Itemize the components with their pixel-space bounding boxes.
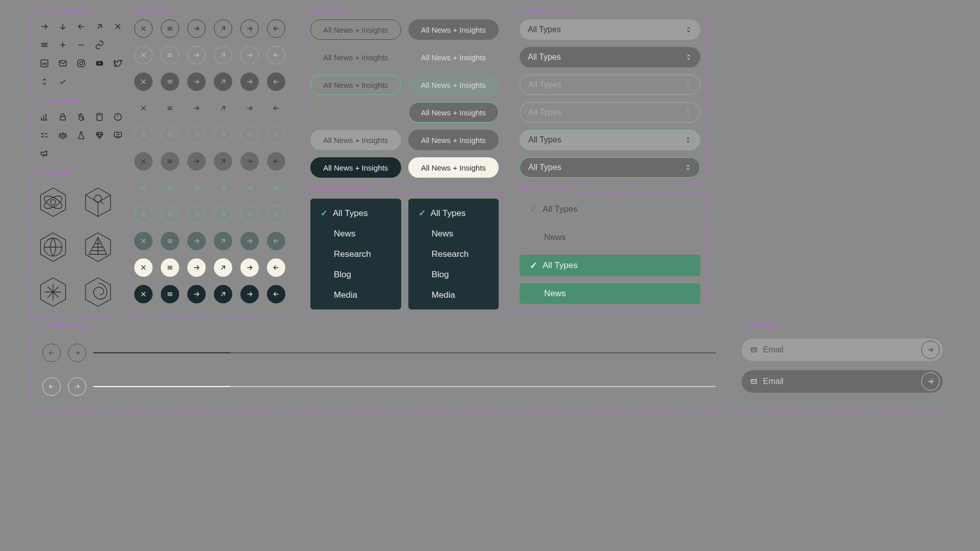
next-button[interactable] xyxy=(187,126,206,144)
forward-button[interactable] xyxy=(240,205,259,224)
news-button[interactable]: All News + Insights xyxy=(408,157,499,178)
back-button[interactable] xyxy=(267,99,285,117)
select-input[interactable]: All Types xyxy=(520,102,700,123)
dropdown-item[interactable]: News xyxy=(310,224,401,244)
menu-button[interactable] xyxy=(161,99,179,117)
news-button[interactable]: All News + Insights xyxy=(310,130,401,150)
next-button[interactable] xyxy=(187,179,206,197)
email-input[interactable]: Email xyxy=(742,370,943,393)
forward-button[interactable] xyxy=(240,99,259,117)
forward-button[interactable] xyxy=(240,285,259,303)
news-button[interactable]: All News + Insights xyxy=(310,75,401,95)
dropdown-item[interactable]: Media xyxy=(310,285,401,305)
external-button[interactable] xyxy=(214,179,232,197)
news-button[interactable]: All News + Insights xyxy=(310,47,401,67)
dropdown-item[interactable]: Blog xyxy=(310,265,401,285)
close-button[interactable] xyxy=(134,99,153,117)
next-button[interactable] xyxy=(187,46,206,64)
send-button[interactable] xyxy=(921,341,940,359)
forward-button[interactable] xyxy=(240,179,259,197)
dropdown-item[interactable]: All Types xyxy=(408,203,499,224)
menu-button[interactable] xyxy=(161,285,179,303)
next-button[interactable] xyxy=(187,73,206,91)
dropdown-item[interactable]: Blog xyxy=(408,265,499,285)
forward-button[interactable] xyxy=(240,232,259,250)
slider-next-button[interactable] xyxy=(68,344,86,362)
forward-button[interactable] xyxy=(240,19,259,38)
slider-next-button[interactable] xyxy=(68,377,86,396)
close-button[interactable] xyxy=(134,179,153,197)
menu-button[interactable] xyxy=(161,205,179,224)
next-button[interactable] xyxy=(187,205,206,224)
close-button[interactable] xyxy=(134,19,153,38)
external-button[interactable] xyxy=(214,152,232,171)
close-button[interactable] xyxy=(134,285,153,303)
next-button[interactable] xyxy=(187,19,206,38)
back-button[interactable] xyxy=(267,232,285,250)
slider-prev-button[interactable] xyxy=(42,344,61,362)
slider-prev-button[interactable] xyxy=(42,377,61,396)
news-button[interactable]: All News + Insights xyxy=(408,19,499,40)
menu-button[interactable] xyxy=(161,46,179,64)
back-button[interactable] xyxy=(267,285,285,303)
back-button[interactable] xyxy=(267,126,285,144)
close-button[interactable] xyxy=(134,46,153,64)
send-button[interactable] xyxy=(921,372,940,391)
select-input[interactable]: All Types xyxy=(520,75,700,95)
close-button[interactable] xyxy=(134,258,153,277)
external-button[interactable] xyxy=(214,285,232,303)
external-button[interactable] xyxy=(214,126,232,144)
email-input[interactable]: Email xyxy=(742,339,943,361)
select-item[interactable]: News xyxy=(520,227,700,248)
close-button[interactable] xyxy=(134,126,153,144)
select-item[interactable]: News xyxy=(520,283,700,304)
news-button[interactable]: All News + Insights xyxy=(310,157,401,178)
dropdown-item[interactable]: All Types xyxy=(310,203,401,224)
forward-button[interactable] xyxy=(240,73,259,91)
close-button[interactable] xyxy=(134,232,153,250)
next-button[interactable] xyxy=(187,152,206,171)
external-button[interactable] xyxy=(214,46,232,64)
forward-button[interactable] xyxy=(240,152,259,171)
close-button[interactable] xyxy=(134,205,153,224)
back-button[interactable] xyxy=(267,152,285,171)
forward-button[interactable] xyxy=(240,126,259,144)
menu-button[interactable] xyxy=(161,19,179,38)
external-button[interactable] xyxy=(214,73,232,91)
menu-button[interactable] xyxy=(161,152,179,171)
back-button[interactable] xyxy=(267,205,285,224)
back-button[interactable] xyxy=(267,258,285,277)
back-button[interactable] xyxy=(267,179,285,197)
dropdown-item[interactable]: Research xyxy=(408,244,499,265)
news-button[interactable]: All News + Insights xyxy=(408,47,499,67)
select-input[interactable]: All Types xyxy=(520,157,700,178)
menu-button[interactable] xyxy=(161,232,179,250)
select-input[interactable]: All Types xyxy=(520,19,700,40)
next-button[interactable] xyxy=(187,232,206,250)
close-button[interactable] xyxy=(134,152,153,171)
news-button[interactable]: All News + Insights xyxy=(408,102,499,123)
forward-button[interactable] xyxy=(240,258,259,277)
dropdown-item[interactable]: Media xyxy=(408,285,499,305)
slider-track[interactable] xyxy=(93,352,716,353)
menu-button[interactable] xyxy=(161,179,179,197)
menu-button[interactable] xyxy=(161,258,179,277)
select-input[interactable]: All Types xyxy=(520,47,700,67)
news-button[interactable]: All News + Insights xyxy=(408,75,499,95)
back-button[interactable] xyxy=(267,19,285,38)
dropdown-item[interactable]: Research xyxy=(310,244,401,265)
forward-button[interactable] xyxy=(240,46,259,64)
slider-track[interactable] xyxy=(93,386,716,387)
external-button[interactable] xyxy=(214,205,232,224)
next-button[interactable] xyxy=(187,258,206,277)
select-item[interactable]: All Types xyxy=(520,255,700,276)
next-button[interactable] xyxy=(187,285,206,303)
menu-button[interactable] xyxy=(161,73,179,91)
next-button[interactable] xyxy=(187,99,206,117)
back-button[interactable] xyxy=(267,73,285,91)
dropdown-item[interactable]: News xyxy=(408,224,499,244)
select-item[interactable]: All Types xyxy=(520,199,700,220)
external-button[interactable] xyxy=(214,19,232,38)
select-input[interactable]: All Types xyxy=(520,130,700,150)
back-button[interactable] xyxy=(267,46,285,64)
